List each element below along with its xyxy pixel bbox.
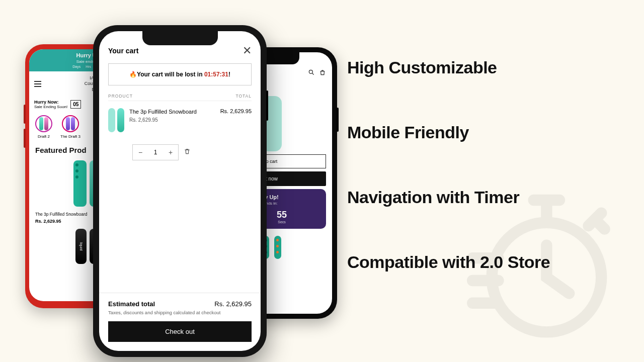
col-total: TOTAL xyxy=(235,94,252,99)
col-product: PRODUCT xyxy=(108,94,133,99)
line-item-total: Rs. 2,629.95 xyxy=(220,108,252,132)
quantity-stepper[interactable]: − 1 + xyxy=(132,144,179,160)
menu-icon[interactable] xyxy=(34,83,41,84)
qty-plus-button[interactable]: + xyxy=(163,145,178,160)
cart-line-item: The 3p Fulfilled Snowboard Rs. 2,629.95 … xyxy=(108,101,252,139)
trash-icon[interactable] xyxy=(184,148,191,157)
draft-option[interactable]: Draft 2 xyxy=(35,115,52,139)
tax-note: Taxes, discounts and shipping calculated… xyxy=(108,310,252,315)
close-icon[interactable]: ✕ xyxy=(243,45,252,56)
countdown-time: 01:57:31 xyxy=(204,71,228,78)
checkout-button[interactable]: Check out xyxy=(108,321,252,342)
feature-item: High Customizable xyxy=(347,58,550,77)
search-icon[interactable] xyxy=(308,69,315,76)
estimated-total-value: Rs. 2,629.95 xyxy=(214,300,252,308)
line-item-unit-price: Rs. 2,629.95 xyxy=(129,117,215,123)
estimated-total-label: Estimated total xyxy=(108,300,155,308)
phone-front: Your cart ✕ 🔥Your cart will be lost in 0… xyxy=(93,25,267,357)
feature-item: Mobile Friendly xyxy=(347,123,550,142)
feature-list: High Customizable Mobile Friendly Naviga… xyxy=(347,58,550,272)
cart-title: Your cart xyxy=(108,47,138,55)
draft-option[interactable]: The Draft 3 xyxy=(60,115,80,139)
urgency-alert: 🔥Your cart will be lost in 01:57:31! xyxy=(108,63,252,85)
svg-point-1 xyxy=(309,70,312,74)
bag-icon[interactable] xyxy=(319,69,326,76)
countdown-box: 05 xyxy=(70,100,81,109)
qty-minus-button[interactable]: − xyxy=(133,145,148,160)
line-item-name: The 3p Fulfilled Snowboard xyxy=(129,108,215,115)
phones-cluster: Hurry Up Sale ends in: Days Hrs Mins IA:… xyxy=(20,25,347,347)
phone-notch xyxy=(142,31,218,45)
feature-item: Compatible with 2.0 Store xyxy=(347,252,550,272)
qty-value: 1 xyxy=(148,149,163,156)
product-thumbnail xyxy=(108,108,124,132)
feature-item: Navigation with Timer xyxy=(347,188,550,207)
